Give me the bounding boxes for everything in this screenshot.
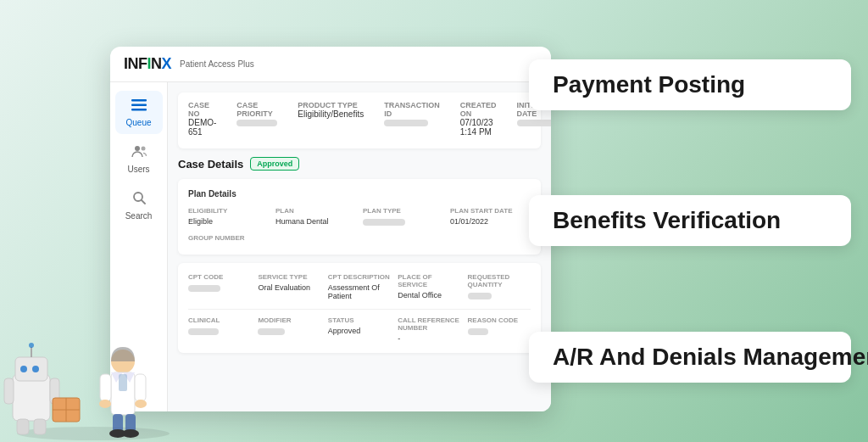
svg-point-11 [32,366,39,372]
plan-type-field: Plan Type [363,207,443,226]
case-details-title: Case Details [178,158,243,171]
modifier-label: Modifier [258,316,320,324]
plan-label: Plan [275,207,356,215]
product-type-label: Product Type [298,101,364,109]
svg-rect-12 [4,378,14,404]
cpt-code-bar [188,285,220,292]
benefits-verification-label: Benefits Verification [553,207,827,234]
sidebar-item-queue[interactable]: Queue [115,91,163,134]
cpt-code-field: CPT Code [188,273,251,300]
svg-rect-23 [119,374,127,391]
sidebar-queue-label: Queue [125,118,151,127]
logo: INFINX [124,55,171,73]
plan-value: Humana Dental [275,217,356,226]
status-field: Status Approved [328,316,391,343]
case-priority-col: Case Priority [236,101,277,137]
ar-denials-label: A/R And Denials Management [553,344,827,371]
users-icon [131,144,147,162]
cpt-description-value: Assessment Of Patient [328,283,391,300]
plan-type-bar [363,219,405,226]
svg-rect-25 [135,374,146,401]
payment-posting-label: Payment Posting [553,71,827,98]
service-type-label: Service Type [258,273,320,281]
service-type-field: Service Type Oral Evaluation [258,273,320,300]
svg-rect-24 [100,374,111,401]
case-no-col: Case No DEMO-651 [188,101,216,137]
benefits-verification-card: Benefits Verification [529,195,851,246]
place-of-service-value: Dental Office [398,291,460,299]
illustration [0,272,186,442]
transaction-id-bar [384,120,428,126]
case-no-value: DEMO-651 [188,118,216,137]
svg-point-26 [99,400,111,408]
clinical-bar [188,328,219,335]
clinical-field: Clinical [188,316,251,343]
sidebar-users-label: Users [127,165,149,174]
cpt-description-label: CPT Description [328,273,391,281]
svg-line-6 [142,200,145,204]
ar-denials-card: A/R And Denials Management [529,332,851,383]
svg-rect-2 [131,109,147,111]
svg-point-3 [135,146,140,151]
plan-field: Plan Humana Dental [275,207,356,226]
product-type-value: Eligibility/Benefits [298,109,364,119]
service-type-value: Oral Evaluation [258,283,320,292]
svg-point-31 [122,429,139,438]
label-cards-container: Payment Posting Benefits Verification A/… [478,0,868,442]
eligibility-field: Eligibility Eligible [188,207,269,226]
illustration-svg [0,272,186,442]
call-reference-label: Call Reference Number [398,316,460,332]
plan-type-label: Plan Type [363,207,443,215]
cpt-code-label: CPT Code [188,273,251,281]
product-type-col: Product Type Eligibility/Benefits [298,101,364,137]
case-priority-label: Case Priority [236,101,277,118]
logo-subtitle: Patient Access Plus [180,59,254,69]
case-priority-bar [236,120,277,126]
status-label: Status [328,316,391,324]
svg-point-17 [29,343,34,348]
modifier-field: Modifier [258,316,320,343]
sidebar-search-label: Search [125,211,153,221]
clinical-label: Clinical [188,316,251,324]
transaction-id-label: Transaction ID [384,101,440,118]
svg-rect-1 [131,104,147,107]
eligibility-value: Eligible [188,217,269,226]
sidebar-item-users[interactable]: Users [115,137,163,181]
svg-rect-14 [17,419,29,434]
search-icon [132,191,146,209]
eligibility-label: Eligibility [188,207,269,215]
cpt-description-field: CPT Description Assessment Of Patient [328,273,391,300]
sidebar-item-search[interactable]: Search [115,184,163,227]
approved-badge: Approved [250,157,299,171]
svg-point-27 [135,400,147,408]
transaction-id-col: Transaction ID [384,101,440,137]
queue-icon [131,98,147,115]
modifier-bar [258,328,285,335]
svg-point-10 [20,366,27,372]
svg-rect-15 [34,419,46,434]
place-of-service-label: Place of Service [398,273,460,288]
payment-posting-card: Payment Posting [529,59,851,110]
svg-rect-9 [15,357,47,381]
call-reference-field: Call Reference Number - [398,316,460,343]
place-of-service-field: Place of Service Dental Office [398,273,460,300]
case-no-label: Case No [188,101,216,118]
call-reference-value: - [398,334,460,343]
status-value: Approved [328,327,391,335]
svg-point-4 [141,147,145,151]
svg-rect-0 [131,99,147,102]
